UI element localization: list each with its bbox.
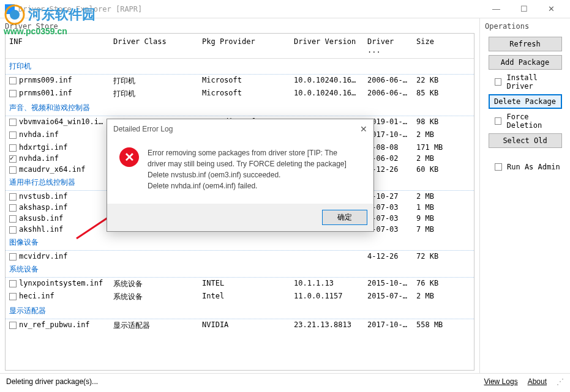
status-message: Deleting driver package(s)...: [6, 377, 98, 386]
row-checkbox[interactable]: [9, 226, 17, 234]
row-checkbox[interactable]: [9, 90, 17, 97]
dialog-close-button[interactable]: ✕: [360, 124, 367, 134]
row-checkbox[interactable]: [9, 215, 17, 223]
force-deletion-check[interactable]: Force Deletion: [495, 113, 565, 130]
row-checkbox[interactable]: [9, 155, 17, 163]
group-header[interactable]: 系统设备: [6, 262, 474, 278]
group-header[interactable]: 打印机: [6, 59, 474, 75]
dialog-title: Detailed Error Log: [113, 125, 173, 133]
table-row[interactable]: prnms009.inf打印机Microsoft10.0.10240.16384…: [6, 75, 474, 87]
row-checkbox[interactable]: [9, 204, 17, 212]
row-checkbox[interactable]: [9, 131, 17, 139]
row-checkbox[interactable]: [9, 322, 17, 329]
operations-panel: Operations Refresh Add Package Install D…: [479, 18, 570, 373]
col-ver[interactable]: Driver Version: [290, 36, 364, 56]
run-as-admin-check[interactable]: Run As Admin: [495, 163, 565, 171]
select-old-button[interactable]: Select Old: [489, 133, 562, 148]
table-row[interactable]: lynxpointsystem.inf系统设备INTEL10.1.1.13201…: [6, 278, 474, 290]
ops-title: Operations: [485, 22, 565, 31]
row-checkbox[interactable]: [9, 144, 17, 152]
dialog-ok-button[interactable]: 确定: [322, 210, 367, 225]
groupbox-label: Driver Store: [5, 21, 474, 32]
install-driver-check[interactable]: Install Driver: [495, 73, 565, 91]
close-button[interactable]: ✕: [538, 0, 565, 18]
group-header[interactable]: 声音、视频和游戏控制器: [6, 100, 474, 116]
grid-header: INF Driver Class Pkg Provider Driver Ver…: [6, 34, 474, 59]
col-prov[interactable]: Pkg Provider: [198, 36, 290, 56]
delete-package-button[interactable]: Delete Package: [489, 94, 562, 109]
group-header[interactable]: 显示适配器: [6, 303, 474, 319]
resize-grip[interactable]: ⋰: [557, 377, 564, 386]
row-checkbox[interactable]: [9, 253, 17, 261]
view-logs-link[interactable]: View Logs: [484, 377, 517, 386]
error-icon: ✕: [119, 147, 139, 167]
status-bar: Deleting driver package(s)... View Logs …: [0, 373, 570, 389]
row-checkbox[interactable]: [9, 77, 17, 84]
add-package-button[interactable]: Add Package: [489, 55, 562, 70]
row-checkbox[interactable]: [9, 293, 17, 300]
row-checkbox[interactable]: [9, 119, 17, 126]
minimize-button[interactable]: —: [482, 0, 510, 18]
col-date[interactable]: Driver ...: [364, 36, 413, 56]
col-size[interactable]: Size: [413, 36, 449, 56]
col-inf[interactable]: INF: [6, 36, 110, 56]
window-title: Driver Store Explorer [RAPR]: [18, 5, 142, 13]
dialog-message: Error removing some packages from driver…: [148, 147, 347, 191]
table-row[interactable]: prnms001.inf打印机Microsoft10.0.10240.16384…: [6, 87, 474, 100]
col-class[interactable]: Driver Class: [110, 36, 198, 56]
error-dialog: Detailed Error Log ✕ ✕ Error removing so…: [107, 119, 374, 232]
table-row[interactable]: mcvidrv.inf4-12-2672 KB: [6, 251, 474, 262]
refresh-button[interactable]: Refresh: [489, 37, 562, 51]
row-checkbox[interactable]: [9, 166, 17, 174]
group-header[interactable]: 图像设备: [6, 235, 474, 251]
row-checkbox[interactable]: [9, 280, 17, 287]
about-link[interactable]: About: [528, 377, 547, 386]
table-row[interactable]: nv_ref_pubwu.inf显示适配器NVIDIA23.21.13.8813…: [6, 319, 474, 332]
maximize-button[interactable]: ☐: [510, 0, 538, 18]
title-bar: Driver Store Explorer [RAPR] — ☐ ✕: [0, 0, 570, 18]
app-icon: [5, 4, 15, 14]
table-row[interactable]: heci.inf系统设备Intel11.0.0.11572015-07-072 …: [6, 290, 474, 303]
row-checkbox[interactable]: [9, 193, 17, 201]
